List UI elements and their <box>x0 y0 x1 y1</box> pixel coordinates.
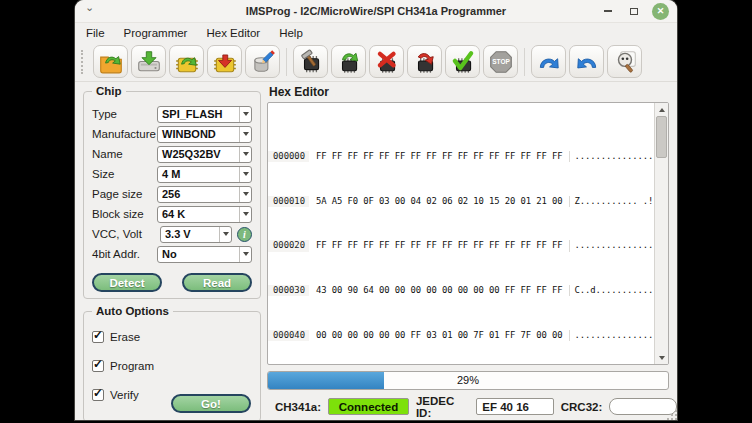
write-chip-button[interactable] <box>407 45 442 78</box>
chevron-down-icon <box>239 187 251 202</box>
type-select[interactable]: SPI_FLASH <box>157 106 252 123</box>
hex-address: 000020 <box>268 240 309 251</box>
chip-group-title: Chip <box>92 85 126 97</box>
scroll-down-icon[interactable] <box>656 352 667 363</box>
read-chip-button[interactable] <box>331 45 366 78</box>
find-button[interactable] <box>607 45 642 78</box>
chip-read-icon <box>336 49 362 75</box>
hex-view: 000000 FF FF FF FF FF FF FF FF FF FF FF … <box>267 102 669 365</box>
hex-bytes[interactable]: 43 00 90 64 00 00 00 00 00 00 00 00 FF F… <box>309 285 562 296</box>
redo-arrow-icon <box>574 49 600 75</box>
chip-manufacture-row: Manufacture WINBOND <box>92 124 252 144</box>
hex-row: 000000 FF FF FF FF FF FF FF FF FF FF FF … <box>268 151 654 162</box>
save-file-button[interactable] <box>131 45 166 78</box>
window-title: IMSProg - I2C/MicroWire/SPI CH341a Progr… <box>75 5 677 17</box>
scrollbar-thumb[interactable] <box>656 116 667 158</box>
check-icon: ✓ <box>93 328 103 342</box>
window-menu-icon[interactable]: ⌄ <box>85 1 94 14</box>
toolbar-separator <box>524 48 525 76</box>
hex-bytes[interactable]: FF FF FF FF FF FF FF FF FF FF FF FF FF F… <box>309 151 562 162</box>
name-value: W25Q32BV <box>158 147 239 162</box>
pencil-bucket-icon <box>250 49 276 75</box>
erase-checkbox[interactable]: ✓ <box>92 331 104 343</box>
scroll-up-icon[interactable] <box>656 104 667 115</box>
magnifier-icon <box>612 49 638 75</box>
screen: ⌄ IMSProg - I2C/MicroWire/SPI CH341a Pro… <box>0 0 752 423</box>
program-label: Program <box>110 360 154 372</box>
manufacture-select[interactable]: WINBOND <box>157 126 252 143</box>
hex-ascii[interactable]: ................ <box>569 330 655 341</box>
hex-row: 000030 43 00 90 64 00 00 00 00 00 00 00 … <box>268 285 654 296</box>
erase-option: ✓ Erase <box>92 328 252 346</box>
toolbar: STOP <box>75 42 677 82</box>
chip-detect-icon <box>298 49 324 75</box>
export-part-button[interactable] <box>207 45 242 78</box>
addr-4bit-select[interactable]: No <box>157 246 252 263</box>
hex-bytes[interactable]: 5A A5 F0 0F 03 00 04 02 06 02 10 15 20 0… <box>309 196 562 207</box>
undo-button[interactable] <box>531 45 566 78</box>
addr-4bit-value: No <box>158 247 239 262</box>
detect-button[interactable]: Detect <box>92 273 162 292</box>
verify-chip-button[interactable] <box>445 45 480 78</box>
minimize-icon <box>604 10 612 12</box>
stop-button[interactable]: STOP <box>483 45 518 78</box>
import-part-button[interactable] <box>169 45 204 78</box>
chip-pagesize-row: Page size 256 <box>92 184 252 204</box>
chip-size-row: Size 4 M <box>92 164 252 184</box>
auto-options-title: Auto Options <box>92 305 173 317</box>
redo-button[interactable] <box>569 45 604 78</box>
hex-row: 000020 FF FF FF FF FF FF FF FF FF FF FF … <box>268 240 654 251</box>
close-button[interactable]: ✕ <box>652 3 669 20</box>
stop-sign-icon: STOP <box>488 49 514 75</box>
page-size-select[interactable]: 256 <box>157 186 252 203</box>
hex-ascii[interactable]: ................ <box>569 151 655 162</box>
program-option: ✓ Program <box>92 357 252 375</box>
block-size-select[interactable]: 64 K <box>157 206 252 223</box>
chip-4bit-row: 4bit Addr. No <box>92 244 252 264</box>
undo-arrow-icon <box>536 49 562 75</box>
chip-write-icon <box>412 49 438 75</box>
chevron-down-icon <box>239 107 251 122</box>
name-label: Name <box>92 148 157 160</box>
maximize-icon <box>630 8 638 15</box>
edit-buffer-button[interactable] <box>245 45 280 78</box>
block-size-label: Block size <box>92 208 157 220</box>
chip-import-icon <box>174 49 200 75</box>
size-select[interactable]: 4 M <box>157 166 252 183</box>
menu-item[interactable]: Programmer <box>124 27 188 39</box>
program-checkbox[interactable]: ✓ <box>92 360 104 372</box>
hex-bytes[interactable]: 00 00 00 00 00 00 FF 03 01 00 7F 01 FF 7… <box>309 330 562 341</box>
toolbar-separator <box>286 48 287 76</box>
chip-vcc-row: VCC, Volt 3.3 V i <box>92 224 252 244</box>
jedec-id-field[interactable]: EF 40 16 <box>476 398 553 415</box>
minimize-button[interactable] <box>600 3 616 19</box>
hex-row: 000040 00 00 00 00 00 00 FF 03 01 00 7F … <box>268 330 654 341</box>
hex-ascii[interactable]: ................ <box>569 240 655 251</box>
title-bar: ⌄ IMSProg - I2C/MicroWire/SPI CH341a Pro… <box>75 0 677 23</box>
menu-item[interactable]: Hex Editor <box>206 27 260 39</box>
info-icon[interactable]: i <box>237 227 252 242</box>
resize-grip[interactable] <box>671 414 673 416</box>
open-file-button[interactable] <box>93 45 128 78</box>
name-select[interactable]: W25Q32BV <box>157 146 252 163</box>
hex-ascii[interactable]: C..d............ <box>569 285 655 296</box>
menu-bar: FileProgrammerHex EditorHelp <box>75 23 677 42</box>
toolbar-drag-handle[interactable] <box>81 50 87 74</box>
vcc-select[interactable]: 3.3 V <box>160 226 232 243</box>
menu-item[interactable]: File <box>86 27 105 39</box>
vertical-scrollbar[interactable] <box>654 103 668 364</box>
crc32-field[interactable] <box>609 398 677 415</box>
left-panel: Chip Type SPI_FLASH Manufacture WINBOND <box>83 84 261 390</box>
read-button[interactable]: Read <box>182 273 252 292</box>
folder-open-icon <box>98 49 124 75</box>
menu-item[interactable]: Help <box>279 27 303 39</box>
main-content: Chip Type SPI_FLASH Manufacture WINBOND <box>75 82 677 393</box>
erase-chip-button[interactable] <box>369 45 404 78</box>
detect-chip-button[interactable] <box>293 45 328 78</box>
connection-status-badge: Connected <box>328 398 409 415</box>
page-size-value: 256 <box>158 187 239 202</box>
maximize-button[interactable] <box>626 3 642 19</box>
hex-bytes[interactable]: FF FF FF FF FF FF FF FF FF FF FF FF FF F… <box>309 240 562 251</box>
hex-address: 000030 <box>268 285 309 296</box>
hex-ascii[interactable]: Z........... .!. <box>569 196 655 207</box>
